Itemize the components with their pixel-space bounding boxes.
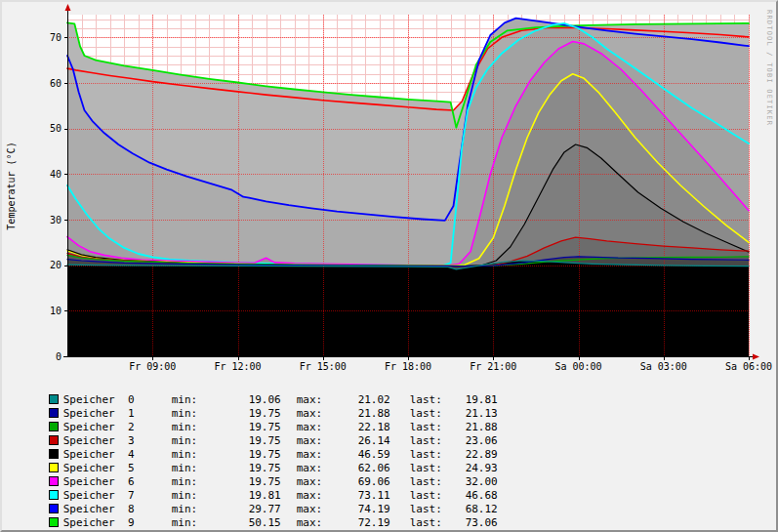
legend-series-label: Speicher 1 bbox=[63, 407, 172, 421]
legend-max-label: max: bbox=[297, 462, 332, 475]
legend-max-value: 69.06 bbox=[332, 475, 390, 489]
legend-last-label: last: bbox=[410, 448, 451, 462]
legend-max-value: 21.88 bbox=[332, 407, 390, 421]
legend-min-label: min: bbox=[172, 393, 205, 407]
legend-last-value: 22.89 bbox=[451, 448, 498, 462]
rrdtool-watermark: RRDTOOL / TOBI OETIKER bbox=[765, 10, 773, 126]
legend-last-label: last: bbox=[410, 407, 451, 421]
chart-legend: Speicher 0min:19.06max:21.02last:19.81 S… bbox=[10, 380, 498, 530]
legend-last-label: last: bbox=[410, 421, 451, 434]
legend-last-label: last: bbox=[410, 393, 451, 407]
legend-color-swatch bbox=[49, 449, 59, 459]
legend-color-swatch bbox=[49, 504, 59, 513]
x-tick-label: Fr 15:00 bbox=[300, 361, 347, 372]
legend-max-label: max: bbox=[297, 407, 332, 421]
x-tick-label: Fr 09:00 bbox=[129, 361, 176, 372]
legend-series-label: Speicher 6 bbox=[63, 475, 172, 489]
legend-color-swatch bbox=[49, 517, 59, 527]
y-tick-label: 10 bbox=[50, 306, 61, 316]
legend-min-label: min: bbox=[172, 462, 205, 475]
y-axis-title: Temperatur (°C) bbox=[6, 96, 19, 277]
legend-last-label: last: bbox=[410, 475, 451, 489]
y-tick-label: 30 bbox=[50, 215, 61, 225]
y-axis-arrow-icon bbox=[65, 4, 71, 11]
legend-color-swatch bbox=[49, 476, 59, 486]
legend-series-label: Speicher 7 bbox=[63, 489, 172, 503]
legend-series-label: Speicher 5 bbox=[63, 462, 172, 475]
legend-series-label: Speicher 8 bbox=[63, 503, 172, 516]
legend-min-label: min: bbox=[172, 489, 205, 503]
legend-min-label: min: bbox=[172, 421, 205, 434]
legend-last-value: 21.88 bbox=[451, 421, 498, 434]
legend-min-value: 19.75 bbox=[205, 475, 281, 489]
y-tick-label: 0 bbox=[56, 351, 61, 362]
x-tick-label: Sa 00:00 bbox=[554, 361, 601, 372]
legend-max-value: 26.14 bbox=[332, 434, 390, 448]
rrdtool-graph-window: 010203040506070Fr 09:00Fr 12:00Fr 15:00F… bbox=[0, 0, 778, 532]
legend-last-value: 19.81 bbox=[451, 393, 498, 407]
legend-color-swatch bbox=[49, 463, 59, 472]
legend-rows: Speicher 0min:19.06max:21.02last:19.81 S… bbox=[10, 380, 498, 530]
legend-last-value: 23.06 bbox=[451, 434, 498, 448]
legend-color-swatch bbox=[49, 394, 59, 404]
legend-max-value: 72.19 bbox=[332, 516, 390, 530]
legend-max-value: 62.06 bbox=[332, 462, 390, 475]
legend-min-label: min: bbox=[172, 407, 205, 421]
legend-min-value: 19.75 bbox=[205, 434, 281, 448]
legend-color-swatch bbox=[49, 422, 59, 431]
legend-min-label: min: bbox=[172, 503, 205, 516]
legend-last-label: last: bbox=[410, 503, 451, 516]
legend-max-label: max: bbox=[297, 503, 332, 516]
legend-series-label: Speicher 4 bbox=[63, 448, 172, 462]
legend-min-value: 29.77 bbox=[205, 503, 281, 516]
y-tick-label: 70 bbox=[50, 32, 61, 43]
legend-max-label: max: bbox=[297, 489, 332, 503]
legend-row: Speicher 0min:19.06max:21.02last:19.81 bbox=[10, 380, 498, 393]
temperature-chart: 010203040506070Fr 09:00Fr 12:00Fr 15:00F… bbox=[2, 2, 778, 377]
legend-min-label: min: bbox=[172, 475, 205, 489]
x-axis-arrow-icon bbox=[753, 354, 759, 360]
y-tick-label: 60 bbox=[50, 78, 61, 89]
legend-max-label: max: bbox=[297, 516, 332, 530]
legend-max-value: 21.02 bbox=[332, 393, 390, 407]
legend-max-label: max: bbox=[297, 421, 332, 434]
legend-last-value: 21.13 bbox=[451, 407, 498, 421]
legend-max-value: 73.11 bbox=[332, 489, 390, 503]
legend-min-value: 19.75 bbox=[205, 421, 281, 434]
legend-series-label: Speicher 9 bbox=[63, 516, 172, 530]
y-tick-label: 20 bbox=[50, 260, 61, 270]
legend-last-label: last: bbox=[410, 489, 451, 503]
legend-series-label: Speicher 2 bbox=[63, 421, 172, 434]
legend-last-label: last: bbox=[410, 434, 451, 448]
y-tick-label: 40 bbox=[50, 169, 61, 180]
x-tick-label: Fr 18:00 bbox=[385, 361, 431, 372]
legend-min-value: 19.75 bbox=[205, 462, 281, 475]
legend-last-value: 32.00 bbox=[451, 475, 498, 489]
legend-max-label: max: bbox=[297, 434, 332, 448]
legend-last-label: last: bbox=[410, 462, 451, 475]
legend-max-value: 46.59 bbox=[332, 448, 390, 462]
legend-last-value: 73.06 bbox=[451, 516, 498, 530]
legend-max-label: max: bbox=[297, 475, 332, 489]
legend-min-label: min: bbox=[172, 516, 205, 530]
legend-min-value: 50.15 bbox=[205, 516, 281, 530]
legend-last-label: last: bbox=[410, 516, 451, 530]
x-tick-label: Sa 03:00 bbox=[640, 361, 687, 372]
legend-series-label: Speicher 0 bbox=[63, 393, 172, 407]
legend-series-label: Speicher 3 bbox=[63, 434, 172, 448]
legend-min-value: 19.81 bbox=[205, 489, 281, 503]
legend-max-value: 74.19 bbox=[332, 503, 390, 516]
legend-max-label: max: bbox=[297, 393, 332, 407]
legend-color-swatch bbox=[49, 408, 59, 418]
legend-last-value: 68.12 bbox=[451, 503, 498, 516]
legend-last-value: 24.93 bbox=[451, 462, 498, 475]
x-tick-label: Fr 21:00 bbox=[470, 361, 516, 372]
legend-max-value: 22.18 bbox=[332, 421, 390, 434]
y-tick-label: 50 bbox=[50, 123, 61, 134]
legend-min-label: min: bbox=[172, 448, 205, 462]
legend-min-value: 19.75 bbox=[205, 407, 281, 421]
x-tick-label: Fr 12:00 bbox=[214, 361, 261, 372]
legend-color-swatch bbox=[49, 490, 59, 500]
legend-last-value: 46.68 bbox=[451, 489, 498, 503]
x-tick-label: Sa 06:00 bbox=[725, 361, 772, 372]
